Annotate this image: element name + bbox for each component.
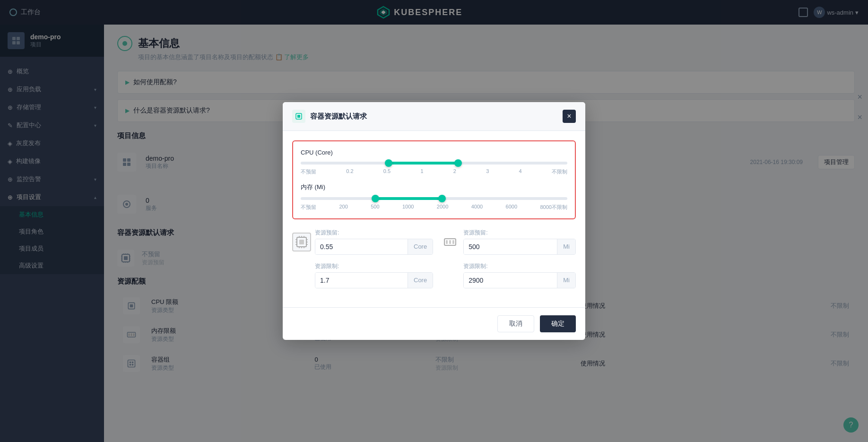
cpu-track-fill [389,162,458,165]
modal-header-icon [292,110,305,123]
modal-footer: 取消 确定 [283,307,585,340]
cpu-box-icon [292,233,311,251]
mem-reserve-group: 资源预留: Mi [463,229,576,255]
mem-label-5: 4000 [471,204,483,211]
svg-rect-57 [452,240,454,244]
mem-label-2: 500 [371,204,379,211]
cpu-slider-labels: 不预留 0.2 0.5 1 2 3 4 不限制 [301,168,567,175]
cpu-label-1: 0.2 [346,168,353,175]
cpu-reserve-input-wrapper: Core [315,239,433,255]
mem-limit-input-wrapper: Mi [463,272,576,288]
mem-slider-section: 内存 (Mi) 不预留 200 500 1000 2000 [301,183,567,211]
container-resource-modal: 容器资源默认请求 × CPU (Core) [283,102,585,340]
cpu-limit-row: 资源限制: Core [292,262,433,288]
mem-limit-label: 资源限制: [463,262,576,270]
mem-reserve-row: 资源预留: Mi [441,229,576,255]
cpu-limit-group: 资源限制: Core [315,262,433,288]
mem-label-1: 200 [339,204,347,211]
mem-track-bg [301,197,567,200]
cpu-label-2: 0.5 [383,168,391,175]
slider-section: CPU (Core) 不预留 0.2 0.5 1 2 [292,140,576,219]
mem-label-3: 1000 [402,204,414,211]
mem-slider-track[interactable] [301,197,567,200]
cpu-label-5: 3 [486,168,489,175]
cpu-reserve-row: 资源预留: Core [292,229,433,255]
cpu-label-6: 4 [519,168,522,175]
cpu-slider-label: CPU (Core) [301,149,567,156]
cpu-limit-input[interactable] [315,273,408,288]
modal-close-button[interactable]: × [563,110,576,123]
modal-overlay: 容器资源默认请求 × CPU (Core) [0,0,868,442]
modal-header-left: 容器资源默认请求 [292,110,367,123]
cpu-slider-section: CPU (Core) 不预留 0.2 0.5 1 2 [301,149,567,175]
input-grid: 资源预留: Core 资源预留: [292,229,576,288]
cancel-button[interactable]: 取消 [497,315,534,332]
mem-label-4: 2000 [437,204,448,211]
cpu-limit-unit: Core [408,273,433,288]
mem-thumb-right[interactable] [438,195,446,202]
cpu-track-bg [301,162,567,165]
cpu-label-3: 1 [420,168,423,175]
cpu-limit-label: 资源限制: [315,262,433,270]
modal-title: 容器资源默认请求 [310,112,367,121]
cpu-slider-track[interactable] [301,162,567,165]
cpu-label-7: 不限制 [552,168,567,175]
mem-track-fill [375,197,442,200]
cpu-reserve-label: 资源预留: [315,229,433,237]
cpu-reserve-unit: Core [408,239,433,254]
mem-reserve-input[interactable] [464,239,557,254]
cpu-thumb-right[interactable] [454,159,462,167]
svg-rect-55 [446,240,448,244]
cpu-reserve-group: 资源预留: Core [315,229,433,255]
mem-reserve-unit: Mi [557,239,575,254]
mem-label-0: 不预留 [301,204,316,211]
svg-rect-41 [299,240,304,244]
mem-limit-unit: Mi [557,273,575,288]
mem-box-icon [441,233,460,251]
cpu-limit-input-wrapper: Core [315,272,433,288]
mem-reserve-label: 资源预留: [463,229,576,237]
cpu-label-4: 2 [453,168,456,175]
mem-thumb-left[interactable] [372,195,379,202]
mem-slider-labels: 不预留 200 500 1000 2000 4000 6000 8000不限制 [301,204,567,211]
mem-label-6: 6000 [506,204,517,211]
mem-slider-label: 内存 (Mi) [301,183,567,191]
mem-limit-row: 资源限制: Mi [441,262,576,288]
cpu-thumb-left[interactable] [385,159,392,167]
mem-limit-group: 资源限制: Mi [463,262,576,288]
svg-rect-56 [449,240,451,244]
cpu-label-0: 不预留 [301,168,316,175]
cpu-reserve-input[interactable] [315,239,408,254]
mem-label-7: 8000不限制 [540,204,567,211]
modal-body: CPU (Core) 不预留 0.2 0.5 1 2 [283,131,585,307]
mem-reserve-input-wrapper: Mi [463,239,576,255]
modal-header: 容器资源默认请求 × [283,102,585,131]
confirm-button[interactable]: 确定 [540,315,576,332]
mem-limit-input[interactable] [464,273,557,288]
svg-rect-39 [297,115,300,118]
